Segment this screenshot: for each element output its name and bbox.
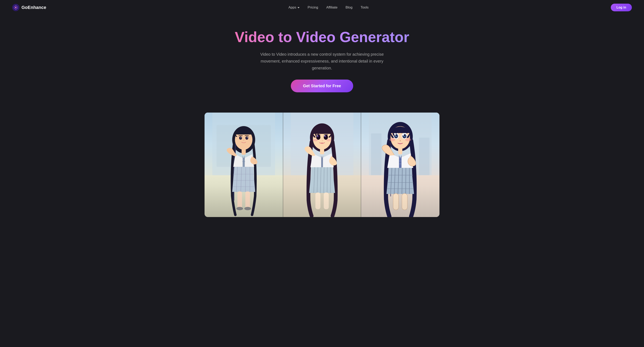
svg-point-7 xyxy=(246,136,248,140)
svg-point-6 xyxy=(239,136,242,140)
panel-overlay-1 xyxy=(204,186,283,217)
svg-point-34 xyxy=(326,139,331,141)
svg-point-1 xyxy=(15,7,16,8)
showcase-panel-realistic xyxy=(204,112,283,217)
nav-item-apps[interactable]: Apps xyxy=(288,6,300,10)
svg-point-32 xyxy=(324,135,325,136)
nav-item-affiliate[interactable]: Affiliate xyxy=(326,6,338,10)
hero-subtitle: Video to Video introduces a new control … xyxy=(253,51,391,72)
svg-rect-46 xyxy=(419,138,430,175)
svg-rect-45 xyxy=(371,134,382,175)
nav-link-affiliate[interactable]: Affiliate xyxy=(326,6,338,9)
svg-point-60 xyxy=(390,138,395,141)
chevron-down-icon xyxy=(298,7,300,8)
showcase-grid xyxy=(204,112,440,217)
svg-rect-10 xyxy=(242,148,246,155)
hero-section: Video to Video Generator Video to Video … xyxy=(0,15,644,102)
nav-link-blog[interactable]: Blog xyxy=(346,6,352,9)
login-button[interactable]: Log in xyxy=(611,4,632,11)
nav-item-tools[interactable]: Tools xyxy=(360,6,368,10)
panel-overlay-2 xyxy=(283,186,361,217)
nav-item-pricing[interactable]: Pricing xyxy=(308,6,318,10)
nav-item-blog[interactable]: Blog xyxy=(346,6,352,10)
logo-text: GoEnhance xyxy=(22,5,46,10)
svg-point-59 xyxy=(403,134,404,136)
logo[interactable]: GoEnhance xyxy=(12,4,46,11)
navbar: GoEnhance Apps Pricing Affiliate Blog To… xyxy=(0,0,644,15)
nav-link-pricing[interactable]: Pricing xyxy=(308,6,318,9)
svg-point-61 xyxy=(405,138,411,141)
showcase-panel-cartoon xyxy=(361,112,440,217)
panel-overlay-3 xyxy=(361,186,440,217)
hero-title: Video to Video Generator xyxy=(231,29,413,45)
svg-rect-35 xyxy=(320,148,324,154)
svg-point-9 xyxy=(247,137,248,138)
svg-point-62 xyxy=(400,140,401,141)
svg-rect-63 xyxy=(398,148,402,154)
logo-icon xyxy=(12,4,20,11)
svg-point-33 xyxy=(313,139,318,141)
nav-link-tools[interactable]: Tools xyxy=(360,6,368,9)
showcase-section xyxy=(200,112,444,217)
nav-link-apps[interactable]: Apps xyxy=(288,6,300,10)
cta-button[interactable]: Get Started for Free xyxy=(291,80,353,92)
nav-links: Apps Pricing Affiliate Blog Tools xyxy=(288,6,368,10)
svg-point-8 xyxy=(240,137,242,138)
showcase-panel-anime xyxy=(283,112,361,217)
